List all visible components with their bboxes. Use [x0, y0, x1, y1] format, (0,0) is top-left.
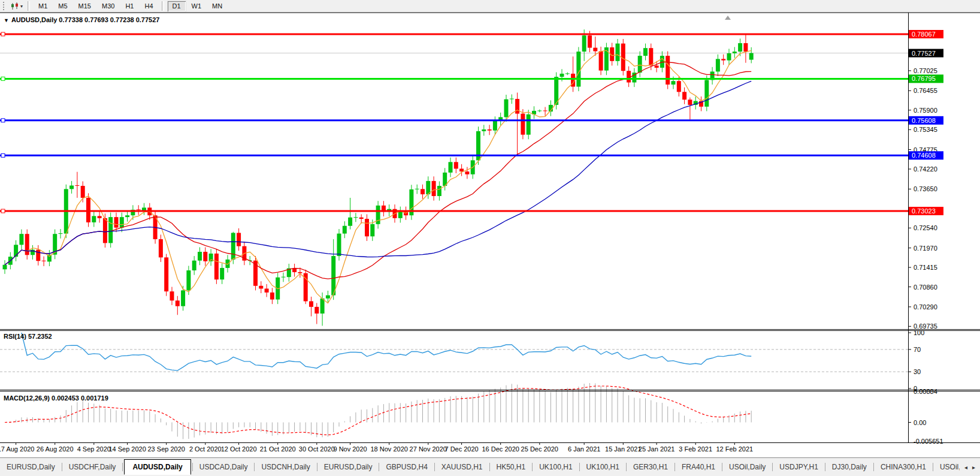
level-line-anchor[interactable]: [1, 32, 5, 36]
macd-pane[interactable]: [5, 383, 751, 439]
candle-body: [672, 81, 676, 85]
candle-body: [69, 185, 74, 189]
ma-line-50: [5, 81, 751, 264]
candle-body: [738, 43, 742, 52]
level-price-badge-text: 0.75608: [912, 117, 936, 124]
tab-scroll-left-icon[interactable]: ◂: [964, 464, 967, 471]
tab-uk100-h1[interactable]: UK100,H1: [580, 460, 626, 474]
date-label: 25 Jan 2021: [639, 445, 675, 453]
timeframe-button-MN[interactable]: MN: [207, 1, 228, 12]
candle-body: [365, 219, 369, 236]
tab-fra40-h1[interactable]: FRA40,H1: [675, 460, 722, 474]
date-label: 16 Dec 2020: [482, 445, 519, 453]
date-axis[interactable]: 17 Aug 202026 Aug 20204 Sep 202014 Sep 2…: [0, 442, 753, 453]
date-label: 26 Aug 2020: [37, 445, 74, 453]
ma-line-5: [5, 50, 751, 303]
level-line-anchor[interactable]: [1, 77, 5, 80]
toolbar-grip[interactable]: [3, 2, 7, 10]
tab-usdcnh-daily[interactable]: USDCNH,Daily: [255, 460, 316, 474]
price-axis[interactable]: 0.770250.764550.759000.753450.747750.742…: [908, 30, 943, 445]
candle-body: [181, 290, 185, 306]
level-line-anchor[interactable]: [1, 153, 5, 157]
tab-xauusd-h1[interactable]: XAUUSD,H1: [435, 460, 489, 474]
timeframe-button-D1[interactable]: D1: [167, 1, 186, 12]
candle-body: [527, 115, 531, 135]
tab-scroll-right-icon[interactable]: ▸: [972, 464, 975, 471]
dropdown-caret-icon: ▾: [20, 4, 23, 9]
tab-eurusd-daily[interactable]: EURUSD,Daily: [0, 460, 62, 474]
macd-name: MACD(12,26,9): [4, 394, 50, 402]
candle-body: [576, 52, 580, 86]
macd-axis-label: 0.00: [914, 419, 926, 426]
candle-body: [459, 168, 464, 171]
chart-type-button[interactable]: ▾: [9, 2, 25, 11]
candle-body: [593, 48, 597, 52]
tab-usdchf-daily[interactable]: USDCHF,Daily: [62, 460, 123, 474]
level-line-anchor[interactable]: [1, 209, 5, 213]
candle-body: [36, 250, 40, 261]
main-chart-pane[interactable]: [0, 29, 908, 326]
candle-body: [704, 80, 709, 106]
tab-ger30-h1[interactable]: GER30,H1: [627, 460, 674, 474]
axis-tick-label: 0.70290: [914, 303, 937, 311]
date-label: 27 Nov 2020: [410, 445, 447, 453]
timeframe-button-M1[interactable]: M1: [33, 1, 53, 12]
macd-main-value: 0.002453: [52, 394, 79, 402]
tab-china300-h1[interactable]: CHINA300,H1: [874, 460, 933, 474]
axis-tick-label: 0.75900: [914, 107, 937, 114]
candle-body: [198, 252, 202, 261]
date-label: 2 Oct 2020: [189, 445, 222, 453]
rsi-name: RSI(14): [4, 333, 26, 340]
candle-body: [521, 114, 525, 135]
candle-body: [437, 186, 441, 196]
level-line-anchor[interactable]: [1, 119, 5, 122]
candle-body: [92, 216, 96, 222]
candle-body: [743, 43, 748, 52]
timeframe-button-W1[interactable]: W1: [186, 1, 207, 12]
candle-body: [159, 239, 163, 257]
timeframe-button-H1[interactable]: H1: [120, 1, 139, 12]
chart-shift-marker-icon[interactable]: [725, 16, 731, 20]
chart-collapse-icon[interactable]: ▼: [4, 17, 9, 23]
tab-gbpusd-h4[interactable]: GBPUSD,H4: [379, 460, 434, 474]
tab-dj30-daily[interactable]: DJ30,Daily: [825, 460, 873, 474]
timeframe-button-M15[interactable]: M15: [73, 1, 96, 12]
toolbar-separator: [28, 1, 30, 11]
date-label: 6 Jan 2021: [568, 445, 600, 453]
timeframe-button-M30[interactable]: M30: [96, 1, 120, 12]
axis-tick-label: 0.71970: [914, 245, 937, 252]
timeframe-button-H4[interactable]: H4: [139, 1, 158, 12]
candle-body: [337, 234, 341, 256]
date-label: 25 Dec 2020: [521, 445, 558, 453]
ohlc-close: 0.77527: [136, 16, 160, 23]
tab-usdjpy-h1[interactable]: USDJPY,H1: [773, 460, 824, 474]
date-label: 18 Nov 2020: [371, 445, 408, 453]
tab-usoil-h1[interactable]: USOil,H1: [933, 460, 960, 474]
candle-body: [186, 270, 190, 290]
rsi-value: 57.2352: [28, 333, 52, 340]
candle-body: [616, 44, 620, 61]
chart-window[interactable]: 0.770250.764550.759000.753450.747750.742…: [0, 13, 980, 457]
rsi-pane[interactable]: [0, 333, 908, 372]
tab-eurusd-daily[interactable]: EURUSD,Daily: [317, 460, 379, 474]
candle-body: [108, 217, 113, 243]
axis-tick-label: 0.73650: [914, 185, 937, 192]
toolbar-separator: [162, 1, 164, 11]
candle-body: [599, 51, 603, 70]
tab-uk100-h1[interactable]: UK100,H1: [533, 460, 579, 474]
tab-audusd-daily[interactable]: AUDUSD,Daily: [124, 459, 190, 475]
candle-body: [343, 226, 347, 234]
rsi-axis-label: 30: [914, 368, 921, 375]
tab-hk50-h1[interactable]: HK50,H1: [490, 460, 533, 474]
candle-body: [237, 233, 241, 246]
tab-separator: [122, 463, 123, 471]
tab-usoil-daily[interactable]: USOil,Daily: [722, 460, 772, 474]
rsi-axis-label: 70: [914, 346, 921, 353]
axis-tick-label: 0.76455: [914, 87, 937, 94]
chart-symbol: AUDUSD,Daily: [11, 16, 57, 23]
candle-body: [560, 74, 564, 77]
timeframe-button-M5[interactable]: M5: [53, 1, 72, 12]
axis-tick-label: 0.71415: [914, 264, 937, 271]
chart-canvas[interactable]: 0.770250.764550.759000.753450.747750.742…: [0, 13, 980, 457]
tab-usdcad-daily[interactable]: USDCAD,Daily: [193, 460, 255, 474]
